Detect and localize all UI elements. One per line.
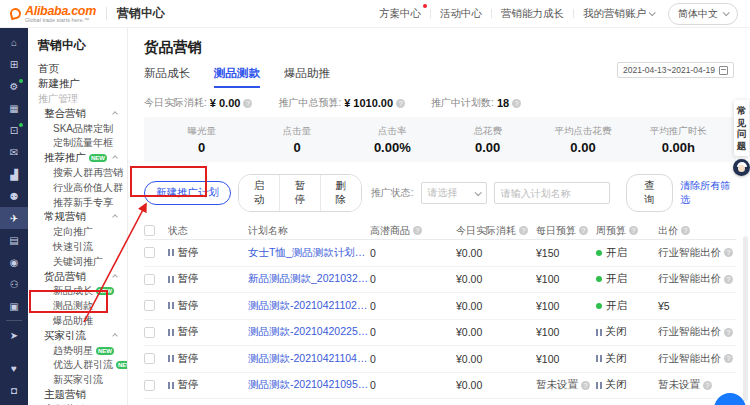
nav-solution-center[interactable]: 方案中心: [379, 7, 421, 21]
pause-button[interactable]: 暂停: [279, 175, 320, 211]
plan-name-link[interactable]: 测品测款-20210421102058: [248, 299, 370, 313]
plan-name-link[interactable]: 女士T恤_测品测款计划_202...: [248, 246, 370, 260]
shop-icon[interactable]: ⊞: [0, 53, 28, 75]
customer-icon[interactable]: ⚉: [0, 185, 28, 207]
sidebar-item-new-campaign[interactable]: 新建推广: [38, 77, 127, 92]
orders-icon[interactable]: ▤: [0, 229, 28, 251]
potential-products-cell: 0: [370, 300, 456, 312]
monitor-icon[interactable]: ⊡: [0, 119, 28, 141]
row-checkbox[interactable]: [144, 274, 155, 285]
sidebar-item-custom-traffic[interactable]: 定制流量年框: [38, 136, 127, 151]
scrollbar[interactable]: [743, 236, 748, 401]
sidebar-item-homepage[interactable]: 首页: [38, 62, 127, 77]
metric-label: 点击量: [249, 125, 344, 138]
tab-new-product-growth[interactable]: 新品成长: [144, 66, 190, 88]
sidebar-item-product-marketing[interactable]: 货品营销: [38, 269, 127, 284]
nav-activity-center[interactable]: 活动中心: [440, 7, 482, 21]
clear-filters-link[interactable]: 清除所有筛选: [680, 179, 736, 207]
sidebar: 营销中心 首页新建推广推广管理整合营销SKA品牌定制定制流量年框推荐推广NEW搜…: [28, 28, 128, 405]
info-icon[interactable]: ?: [724, 328, 733, 337]
info-icon[interactable]: ?: [703, 381, 712, 390]
plan-name-link[interactable]: 测品测款-20210420225734: [248, 325, 370, 339]
contacts-icon[interactable]: ⚇: [0, 273, 28, 295]
globe-icon[interactable]: ◉: [0, 251, 28, 273]
sidebar-item-product-testing[interactable]: 测品测款: [38, 299, 127, 314]
info-icon[interactable]: ?: [243, 99, 252, 108]
favorites-icon[interactable]: ♥: [0, 357, 28, 379]
row-checkbox[interactable]: [144, 225, 155, 236]
tab-product-testing[interactable]: 测品测款: [214, 66, 260, 88]
sidebar-item-hot-product-boost[interactable]: 爆品助推: [38, 314, 127, 329]
sidebar-item-keyword-promotion[interactable]: 关键词推广: [38, 254, 127, 269]
info-icon[interactable]: ?: [413, 226, 422, 235]
briefcase-icon[interactable]: ▣: [0, 295, 28, 317]
info-icon[interactable]: ?: [512, 99, 521, 108]
summary-today-cost: 今日实际消耗:¥ 0.00?: [144, 96, 252, 110]
date-range-picker[interactable]: 2021-04-13~2021-04-19: [617, 62, 734, 78]
customer-service-avatar-icon[interactable]: [733, 159, 750, 176]
plan-name-input[interactable]: [494, 182, 610, 204]
row-checkbox[interactable]: [144, 327, 155, 338]
new-plan-button[interactable]: 新建推广计划: [144, 181, 231, 205]
apps-icon[interactable]: ▦: [0, 97, 28, 119]
info-icon[interactable]: ?: [629, 226, 638, 235]
status-select[interactable]: 请选择: [421, 182, 487, 204]
start-button[interactable]: 启动: [239, 175, 279, 211]
info-icon[interactable]: ?: [724, 354, 733, 363]
sidebar-item-quick-traffic[interactable]: 快速引流: [38, 240, 127, 255]
plan-name-link[interactable]: 测品测款-20210421095627: [248, 378, 370, 392]
info-icon[interactable]: ?: [519, 226, 528, 235]
plan-name-link[interactable]: 新品测品测款_20210324_2: [248, 272, 370, 286]
sidebar-item-integrated-marketing[interactable]: 整合营销: [38, 106, 127, 121]
column-label: 每日预算: [536, 224, 576, 238]
sidebar-item-preferred-audience-traffic[interactable]: 优选人群引流NEW: [38, 358, 127, 373]
tab-hot-product-boost[interactable]: 爆品助推: [284, 66, 330, 88]
sidebar-item-recommend-promotion[interactable]: 推荐推广NEW: [38, 151, 127, 166]
sidebar-item-industry-high-value-audience[interactable]: 行业高价值人群: [38, 180, 127, 195]
language-selector[interactable]: 简体中文: [668, 3, 738, 25]
sidebar-item-targeted-promotion[interactable]: 定向推广: [38, 225, 127, 240]
sidebar-item-trend-star[interactable]: 趋势明星NEW: [38, 343, 127, 358]
chevron-down-icon: [649, 9, 656, 16]
info-icon[interactable]: ?: [581, 381, 590, 390]
info-icon[interactable]: ?: [724, 248, 733, 257]
sidebar-item-ska-brand-custom[interactable]: SKA品牌定制: [38, 121, 127, 136]
sidebar-item-search-audience-remarketing[interactable]: 搜索人群再营销: [38, 166, 127, 181]
info-icon[interactable]: ?: [681, 226, 690, 235]
nav-my-account[interactable]: 我的营销账户: [583, 7, 654, 21]
info-icon[interactable]: ?: [396, 99, 405, 108]
sidebar-item-recommend-newbie[interactable]: 推荐新手专享: [38, 195, 127, 210]
sidebar-item-new-buyer-traffic[interactable]: 新买家引流: [38, 373, 127, 388]
row-checkbox[interactable]: [144, 300, 155, 311]
weekly-budget-label: 关闭: [606, 325, 627, 339]
plan-name-link[interactable]: 测品测款-20210421104531: [248, 352, 370, 366]
home-icon[interactable]: ⌂: [0, 31, 28, 53]
media-icon[interactable]: ◘: [0, 379, 28, 401]
alibaba-logo[interactable]: Alibaba.com Global trade starts here.™: [10, 5, 96, 23]
daily-budget-cell: ¥100: [536, 353, 596, 365]
notification-dot: [19, 79, 23, 83]
faq-widget[interactable]: 常见问题: [733, 100, 750, 176]
nav-marketing-growth[interactable]: 营销能力成长: [501, 7, 564, 21]
sidebar-section-campaign-management: 推广管理: [38, 92, 127, 107]
sidebar-item-buyer-traffic[interactable]: 买家引流: [38, 328, 127, 343]
potential-products-cell: 0: [370, 247, 456, 259]
chart-icon[interactable]: ▟: [0, 163, 28, 185]
faq-tab[interactable]: 常见问题: [734, 100, 750, 156]
info-icon[interactable]: ?: [579, 226, 588, 235]
weekly-budget-cell: 关闭: [596, 352, 658, 366]
sidebar-item-new-product-growth[interactable]: 新品成长NEW: [38, 284, 127, 299]
row-checkbox[interactable]: [144, 353, 155, 364]
send-icon[interactable]: ➤: [0, 324, 28, 346]
sidebar-item-theme-marketing[interactable]: 主题营销: [38, 388, 127, 403]
delete-button[interactable]: 删除: [320, 175, 361, 211]
table-row: 暂停测品测款-test202104210¥0.00¥100开启¥3: [144, 399, 736, 405]
info-icon[interactable]: ?: [724, 275, 733, 284]
row-checkbox[interactable]: [144, 380, 155, 391]
marketing-icon[interactable]: ✈: [0, 207, 28, 229]
settings-icon[interactable]: ⚙: [0, 75, 28, 97]
row-checkbox[interactable]: [144, 247, 155, 258]
message-icon[interactable]: ✉: [0, 141, 28, 163]
query-button[interactable]: 查询: [626, 174, 674, 212]
sidebar-item-regular-marketing[interactable]: 常规营销: [38, 210, 127, 225]
